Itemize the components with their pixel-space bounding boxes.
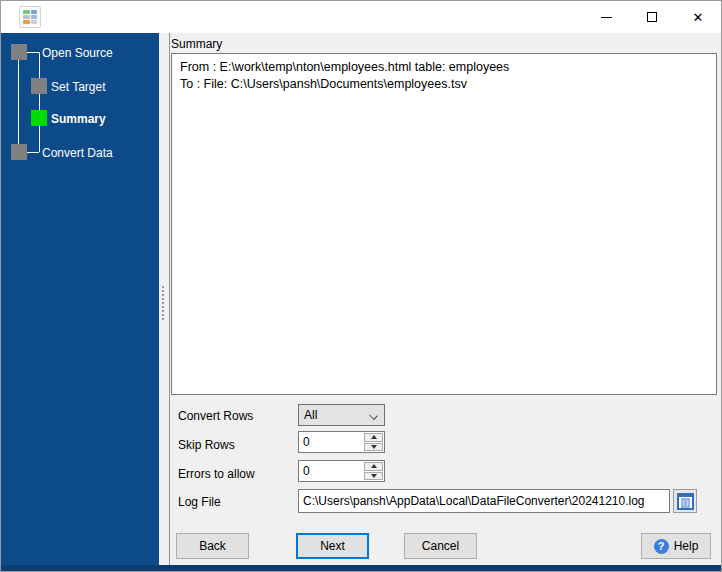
back-button[interactable]: Back [176,533,249,559]
tree-line-horizontal-top [27,52,39,53]
cancel-button[interactable]: Cancel [404,533,477,559]
sidebar-item-convert-data[interactable]: Convert Data [42,146,113,160]
errors-to-allow-input[interactable] [299,461,361,481]
log-file-label: Log File [178,495,221,509]
chevron-down-icon [369,411,378,420]
summary-to-line: To : File: C:\Users\pansh\Documents\empl… [180,76,708,93]
skip-rows-spinner [298,431,385,453]
close-icon: ✕ [693,11,704,24]
document-browse-icon [677,493,694,510]
sidebar-item-summary[interactable]: Summary [51,112,106,126]
convert-rows-value: All [304,408,317,422]
skip-rows-down-button[interactable] [364,443,383,452]
step-box-set-target[interactable] [31,78,47,94]
close-button[interactable]: ✕ [675,1,721,33]
arrow-up-icon [371,435,377,439]
summary-from-line: From : E:\work\temp\nton\employees.html … [180,59,708,76]
skip-rows-label: Skip Rows [178,438,235,452]
tree-line-vertical-outer [18,60,19,144]
title-bar[interactable]: ✕ [1,1,721,33]
maximize-icon [647,12,657,22]
step-box-summary[interactable] [31,110,47,126]
window-controls: ✕ [583,1,721,33]
summary-textbox[interactable]: From : E:\work\temp\nton\employees.html … [171,53,717,395]
splitter-grip-icon [162,286,164,320]
errors-down-button[interactable] [364,472,383,481]
errors-up-button[interactable] [364,462,383,471]
log-file-browse-button[interactable] [673,489,697,513]
arrow-down-icon [371,445,377,449]
sidebar-item-open-source[interactable]: Open Source [42,46,113,60]
main-panel: Summary From : E:\work\temp\nton\employe… [170,33,720,567]
bottom-strip [1,565,721,571]
skip-rows-input[interactable] [299,432,361,452]
log-file-input[interactable] [298,489,670,513]
wizard-sidebar: Open Source Set Target Summary Convert D… [1,33,159,567]
convert-rows-select[interactable]: All [298,404,385,426]
step-box-convert-data[interactable] [11,144,27,160]
arrow-down-icon [371,474,377,478]
errors-to-allow-spinner [298,460,385,482]
errors-to-allow-label: Errors to allow [178,467,255,481]
maximize-button[interactable] [629,1,675,33]
help-button-label: Help [674,539,699,553]
tree-line-vertical-inner [39,52,40,152]
next-button[interactable]: Next [296,533,369,559]
step-box-open-source[interactable] [11,44,27,60]
skip-rows-up-button[interactable] [364,433,383,442]
convert-rows-label: Convert Rows [178,409,253,423]
app-window: ✕ Open Source Set Target Summary Convert… [0,0,722,572]
splitter-handle[interactable] [159,33,169,567]
help-icon: ? [654,539,669,554]
sidebar-item-set-target[interactable]: Set Target [51,80,105,94]
app-icon [19,6,41,28]
minimize-icon [601,17,612,18]
minimize-button[interactable] [583,1,629,33]
summary-section-label: Summary [171,37,222,51]
help-button[interactable]: ? Help [641,533,711,559]
arrow-up-icon [371,464,377,468]
tree-line-horizontal-bottom [27,152,39,153]
